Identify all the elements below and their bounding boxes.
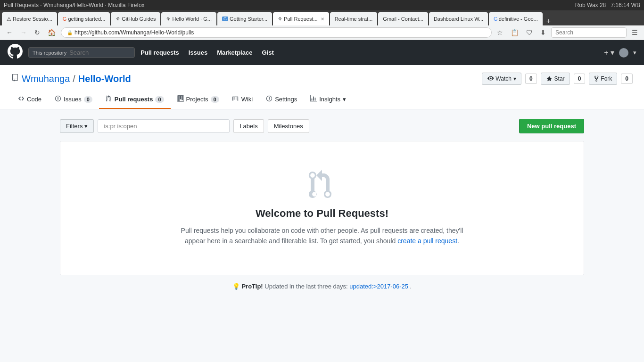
lock-icon: 🔒 — [67, 30, 73, 35]
watch-count: 0 — [525, 74, 537, 84]
wiki-icon — [232, 95, 239, 103]
code-icon — [18, 95, 25, 103]
tab-close-icon[interactable]: ✕ — [321, 16, 324, 22]
browser-tab-7[interactable]: Gmail - Contact... — [378, 12, 428, 25]
star-count: 0 — [574, 74, 586, 84]
github-search-input[interactable] — [69, 49, 131, 56]
repo-name-link[interactable]: Hello-World — [78, 74, 131, 84]
browser-tab-6[interactable]: Real-time strat... — [330, 12, 378, 25]
home-button[interactable]: 🏠 — [45, 28, 58, 37]
star-label: Star — [554, 75, 565, 82]
browser-tab-3[interactable]: ⚘ Hello World · G... — [161, 12, 216, 25]
insights-dropdown-icon: ▾ — [343, 96, 346, 103]
filter-left: Filters ▾ Labels Milestones — [60, 119, 309, 133]
user-avatar[interactable] — [619, 48, 628, 58]
gh-icon-tab-active: ⚘ — [278, 16, 282, 22]
menu-button[interactable]: ☰ — [629, 28, 640, 37]
repo-nav: Code Issues 0 Pull requests 0 Projects 0 — [11, 90, 633, 109]
browser-tab-2[interactable]: ⚘ GitHub Guides — [111, 12, 160, 25]
pr-filter-search-input[interactable] — [98, 119, 230, 133]
empty-state-title: Welcome to Pull Requests! — [79, 207, 565, 220]
address-bar[interactable]: 🔒 https://github.com/Wmuhanga/Hello-Worl… — [61, 27, 492, 38]
repo-title-row: Wmuhanga / Hello-World Watch ▾ 0 Star 0 … — [11, 73, 633, 85]
nav-pull-requests[interactable]: Pull requests — [140, 49, 179, 56]
browser-tab-active[interactable]: ⚘ Pull Request... ✕ — [273, 12, 329, 25]
tab-settings[interactable]: Settings — [259, 90, 304, 109]
refresh-button[interactable]: ↻ — [32, 28, 42, 37]
tab-issues[interactable]: Issues 0 — [48, 90, 99, 109]
github-logo[interactable] — [8, 44, 23, 62]
browser-tab-1[interactable]: G getting started... — [58, 12, 110, 25]
labels-button[interactable]: Labels — [233, 119, 264, 133]
tab-pull-requests[interactable]: Pull requests 0 — [99, 90, 171, 109]
settings-icon — [266, 95, 272, 103]
github-header: This repository Pull requests Issues Mar… — [0, 40, 644, 65]
gh-icon-tab2: ⚘ — [166, 16, 171, 22]
browser-titlebar: Pull Requests · Wmuhanga/Hello-World · M… — [0, 0, 644, 10]
milestones-label: Milestones — [274, 123, 303, 130]
browser-info: Rob Wax 28 7:16:14 WB — [575, 2, 640, 8]
bulb-icon: 💡 — [232, 283, 240, 290]
bookmark-star-button[interactable]: ☆ — [495, 28, 505, 37]
gh-icon-tab: ⚘ — [116, 16, 120, 22]
create-pr-link[interactable]: create a pull request — [397, 237, 457, 245]
new-item-button[interactable]: + ▾ — [604, 48, 614, 57]
browser-tabs-bar: ⚠ Restore Sessio... G getting started...… — [0, 10, 644, 25]
projects-icon — [177, 95, 184, 103]
repo-header: Wmuhanga / Hello-World Watch ▾ 0 Star 0 … — [0, 65, 644, 109]
tab-projects[interactable]: Projects 0 — [171, 90, 226, 109]
address-text: https://github.com/Wmuhanga/Hello-World/… — [74, 29, 194, 36]
watch-dropdown-icon: ▾ — [513, 75, 516, 82]
tab-code[interactable]: Code — [11, 90, 48, 109]
nav-marketplace[interactable]: Marketplace — [217, 49, 252, 56]
avatar-dropdown-icon[interactable]: ▾ — [633, 49, 636, 56]
nav-gist[interactable]: Gist — [262, 49, 273, 56]
issues-badge: 0 — [84, 96, 92, 103]
protip-suffix: . — [410, 283, 412, 290]
google-icon-2: G — [494, 16, 498, 22]
empty-state-icon — [79, 170, 565, 200]
filters-label: Filters — [66, 123, 83, 130]
back-button[interactable]: ← — [4, 28, 15, 37]
empty-state-description: Pull requests help you collaborate on co… — [181, 225, 463, 247]
download-button[interactable]: ⬇ — [538, 28, 548, 37]
filters-chevron-icon: ▾ — [84, 123, 88, 130]
issue-icon — [55, 95, 61, 103]
main-content: Filters ▾ Labels Milestones New pull req… — [49, 109, 595, 307]
protip-link[interactable]: updated:>2017-06-25 — [349, 283, 408, 290]
browser-tab-9[interactable]: G definitive - Goo... — [489, 12, 543, 25]
fork-button[interactable]: Fork — [589, 73, 617, 85]
pr-nav-icon — [106, 95, 112, 103]
browser-tab-4[interactable]: G Getting Starter... — [217, 12, 272, 25]
protip-label: ProTip! — [241, 283, 263, 290]
tab-wiki[interactable]: Wiki — [226, 90, 260, 109]
browser-title: Pull Requests · Wmuhanga/Hello-World · M… — [4, 2, 145, 8]
repo-separator: / — [73, 74, 75, 84]
search-scope-label: This repository — [33, 50, 66, 56]
google-icon: G — [63, 16, 67, 22]
watch-button[interactable]: Watch ▾ — [482, 73, 521, 85]
watch-label: Watch — [495, 75, 512, 82]
repo-owner-link[interactable]: Wmuhanga — [22, 74, 70, 84]
new-pr-label: New pull request — [527, 123, 576, 130]
github-header-right: + ▾ ▾ — [604, 48, 636, 58]
browser-search-input[interactable] — [551, 27, 627, 38]
tab-insights[interactable]: Insights ▾ — [304, 90, 353, 109]
browser-tab-8[interactable]: Dashboard Linux W... — [429, 12, 488, 25]
new-pull-request-button[interactable]: New pull request — [519, 119, 584, 133]
forward-button[interactable]: → — [18, 28, 29, 37]
github-main-nav: Pull requests Issues Marketplace Gist — [140, 49, 598, 56]
pr-badge: 0 — [155, 96, 164, 103]
browser-tab-0[interactable]: ⚠ Restore Sessio... — [2, 12, 57, 25]
reader-view-button[interactable]: 📋 — [508, 28, 521, 37]
filters-button[interactable]: Filters ▾ — [60, 119, 94, 133]
repo-book-icon — [11, 74, 19, 83]
pocket-button[interactable]: 🛡 — [524, 28, 535, 37]
filter-bar: Filters ▾ Labels Milestones New pull req… — [60, 119, 584, 133]
nav-issues[interactable]: Issues — [189, 49, 207, 56]
new-tab-button[interactable]: + — [544, 17, 553, 25]
star-button[interactable]: Star — [541, 73, 570, 85]
fork-label: Fork — [601, 75, 612, 82]
milestones-button[interactable]: Milestones — [268, 119, 309, 133]
repo-title-left: Wmuhanga / Hello-World — [11, 74, 131, 84]
